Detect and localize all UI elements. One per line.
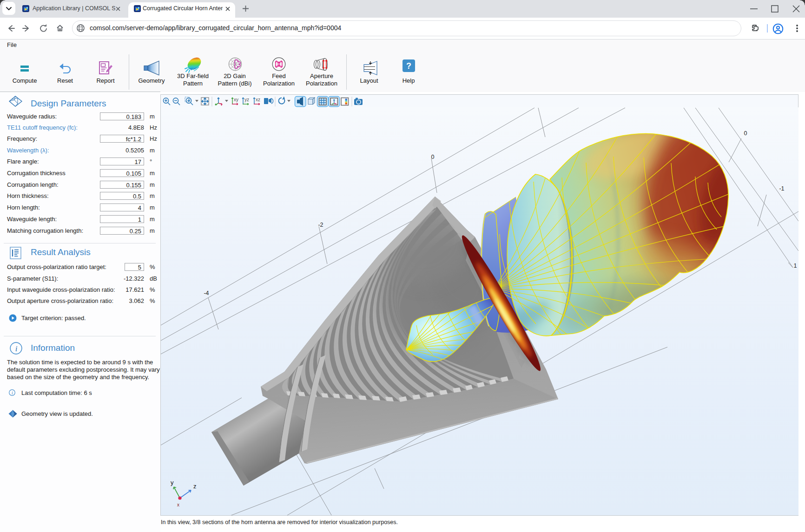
svg-text:1: 1	[794, 263, 797, 269]
svg-text:i: i	[12, 391, 13, 395]
svg-text:0: 0	[744, 130, 747, 137]
svg-text:-1: -1	[779, 185, 784, 192]
svg-text:0: 0	[431, 154, 435, 160]
svg-text:-2: -2	[318, 222, 323, 228]
svg-text:xy: xy	[234, 97, 238, 102]
svg-text:xz: xz	[256, 97, 260, 102]
svg-text:?: ?	[406, 61, 411, 71]
svg-text:i: i	[15, 344, 18, 353]
svg-text:-4: -4	[204, 290, 209, 296]
svg-text:y: y	[171, 479, 174, 486]
svg-text:x: x	[177, 502, 179, 507]
svg-text:z: z	[193, 483, 197, 490]
svg-text:yz: yz	[244, 97, 249, 102]
